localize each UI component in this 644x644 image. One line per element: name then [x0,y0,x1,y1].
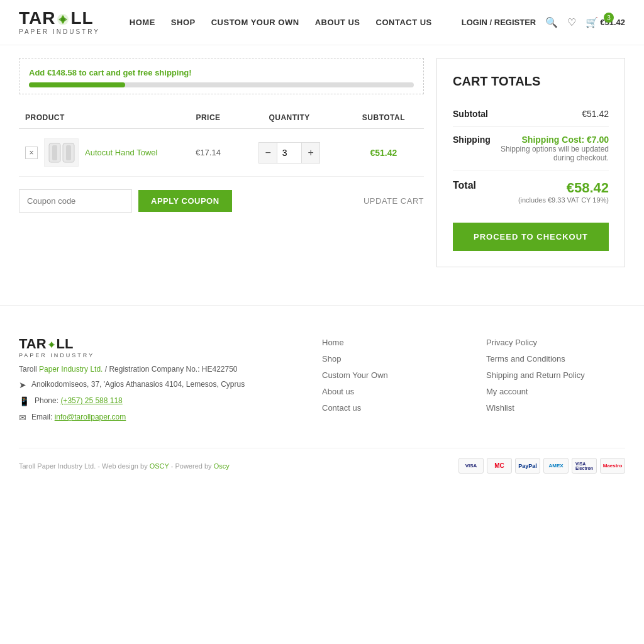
cart-button[interactable]: 🛒 [586,16,598,28]
footer-nav-about[interactable]: About us [322,387,354,396]
footer-nav-contact[interactable]: Contact us [322,403,361,413]
visa-icon: VISA [458,458,484,474]
search-button[interactable]: 🔍 [545,16,558,28]
footer-nav-list: Home Shop Custom Your Own About us Conta… [322,337,461,413]
update-cart-button[interactable]: UPDATE CART [364,196,424,206]
progress-bar-background [29,82,414,87]
product-cell: × Autocut Hand Towel [19,129,181,177]
phone-link[interactable]: (+357) 25 588 118 [60,396,122,405]
nav-custom[interactable]: CUSTOM YOUR OWN [211,18,299,27]
phone-icon: 📱 [19,396,30,406]
shipping-label: Shipping [453,135,491,145]
free-shipping-text: Add €148.58 to cart and get free shippin… [29,68,414,77]
cart-section: Add €148.58 to cart and get free shippin… [19,58,424,267]
footer-oscy-link[interactable]: OSCY [150,462,169,470]
footer-company-name: Taroll Paper Industry Ltd. [19,462,96,470]
list-item: Home [322,337,461,347]
header: TAR LL PAPER INDUSTRY HOME SHOP CUSTOM Y… [0,0,644,45]
product-image [46,140,77,165]
free-shipping-bar: Add €148.58 to cart and get free shippin… [19,58,424,94]
main-nav: HOME SHOP CUSTOM YOUR OWN ABOUT US CONTA… [130,18,432,27]
footer-nav-shop[interactable]: Shop [322,354,341,364]
footer-logo-sub: PAPER INDUSTRY [19,352,297,358]
total-vat: (includes €9.33 VAT CY 19%) [518,196,609,204]
footer-email: ✉ Email: info@tarollpaper.com [19,413,297,423]
footer-oscy2-link[interactable]: Oscy [214,462,230,470]
subtotal-value: €51.42 [582,109,609,119]
cart-totals-title: CART TOTALS [453,74,609,89]
list-item: Custom Your Own [322,370,461,380]
footer-terms-link[interactable]: Terms and Conditions [486,354,565,364]
cart-table-header: PRODUCT PRICE QUANTITY SUBTOTAL [19,107,424,129]
apply-coupon-button[interactable]: APPLY COUPON [138,190,232,212]
visa-electron-icon: VISAElectron [572,458,597,474]
quantity-input[interactable] [277,143,302,163]
nav-home[interactable]: HOME [130,18,155,27]
email-icon: ✉ [19,413,26,423]
main-content: Add €148.58 to cart and get free shippin… [0,45,644,280]
email-link[interactable]: info@tarollpaper.com [55,413,126,421]
logo-sub: PAPER INDUSTRY [19,28,100,35]
list-item: Privacy Policy [486,337,625,347]
payment-icons: VISA MC PayPal AMEX VISAElectron Maestro [458,458,625,474]
col-price: PRICE [181,107,236,129]
footer-address: ➤ Anoikodomiseos, 37, 'Agios Athanasios … [19,380,297,390]
amex-icon: AMEX [543,458,569,474]
footer-wishlist-link[interactable]: Wishlist [486,403,514,413]
list-item: Terms and Conditions [486,353,625,364]
nav-contact[interactable]: CONTACT US [376,18,432,27]
footer-account-link[interactable]: My account [486,387,528,396]
mastercard-icon: MC [487,458,512,474]
login-register-link[interactable]: LOGIN / REGISTER [462,18,536,27]
footer-leaf-icon [47,340,57,350]
coupon-input[interactable] [19,189,132,213]
svg-rect-4 [66,145,71,160]
footer-shipping-link[interactable]: Shipping and Return Policy [486,370,585,380]
shipping-info: Shipping Cost: €7.00 Shipping options wi… [491,135,609,162]
quantity-increase-button[interactable]: + [302,143,319,163]
nav-about[interactable]: ABOUT US [315,18,360,27]
footer-webdesign-text: - Web design by [97,462,149,470]
address-text: Anoikodomiseos, 37, 'Agios Athanasios 41… [31,380,245,389]
free-shipping-prefix: Add [29,68,47,77]
paypal-icon: PayPal [515,458,540,474]
list-item: Shop [322,353,461,364]
product-col: × Autocut Hand Towel [25,138,175,167]
product-name-link[interactable]: Autocut Hand Towel [85,148,157,157]
col-quantity: QUANTITY [235,107,343,129]
footer-policy-list: Privacy Policy Terms and Conditions Ship… [486,337,625,413]
footer-nav-custom[interactable]: Custom Your Own [322,370,388,380]
col-subtotal: SUBTOTAL [343,107,424,129]
product-thumbnail [44,138,79,167]
cart-table: PRODUCT PRICE QUANTITY SUBTOTAL × [19,107,424,177]
footer-brand: TAR LL PAPER INDUSTRY Taroll Paper Indus… [19,337,297,423]
list-item: About us [322,386,461,396]
shipping-row: Shipping Shipping Cost: €7.00 Shipping o… [453,127,609,170]
wishlist-button[interactable]: ♡ [567,16,576,28]
list-item: Shipping and Return Policy [486,370,625,380]
cart-icon-container[interactable]: 🛒 3 €51.42 [586,16,625,28]
free-shipping-amount: €148.58 [47,68,77,77]
shipping-note: Shipping options will be updated during … [491,145,609,162]
proceed-to-checkout-button[interactable]: PROCEED TO CHECKOUT [453,223,609,251]
footer-nav-home[interactable]: Home [322,338,344,347]
quantity-decrease-button[interactable]: − [259,143,277,163]
free-shipping-suffix: to cart and get free shipping! [77,68,192,77]
table-row: × Autocut Hand Towel [19,129,424,177]
header-icons: LOGIN / REGISTER 🔍 ♡ 🛒 3 €51.42 [462,16,625,28]
cart-count-badge: 3 [604,13,614,23]
total-value: €58.42 (includes €9.33 VAT CY 19%) [518,180,609,204]
logo-text: TAR LL [19,9,94,27]
logo[interactable]: TAR LL PAPER INDUSTRY [19,9,100,35]
list-item: Contact us [322,402,461,413]
quantity-cell: − + [235,129,343,177]
list-item: Wishlist [486,402,625,413]
subtotal-label: Subtotal [453,109,488,119]
shipping-cost: Shipping Cost: €7.00 [491,135,609,145]
remove-item-button[interactable]: × [25,147,38,159]
col-product: PRODUCT [19,107,181,129]
nav-shop[interactable]: SHOP [171,18,196,27]
footer-privacy-link[interactable]: Privacy Policy [486,338,537,347]
logo-leaf-icon [56,13,70,26]
total-amount: €58.42 [518,180,609,196]
